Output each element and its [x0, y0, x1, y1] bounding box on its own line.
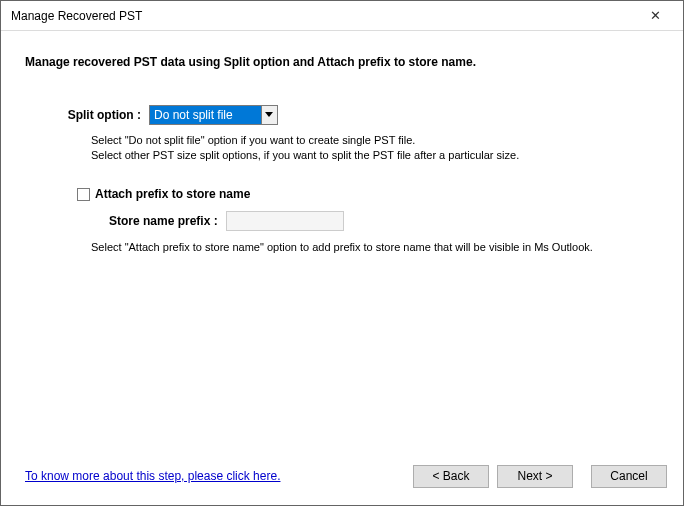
titlebar: Manage Recovered PST ✕	[1, 1, 683, 31]
svg-marker-0	[265, 112, 273, 117]
split-help-line1: Select "Do not split file" option if you…	[91, 133, 659, 148]
window-title: Manage Recovered PST	[11, 9, 635, 23]
help-link[interactable]: To know more about this step, please cli…	[25, 469, 405, 483]
attach-prefix-row: Attach prefix to store name	[77, 187, 659, 201]
store-prefix-row: Store name prefix :	[109, 211, 659, 231]
split-option-value: Do not split file	[150, 106, 261, 124]
attach-prefix-checkbox[interactable]	[77, 188, 90, 201]
split-option-row: Split option : Do not split file	[59, 105, 659, 125]
next-button[interactable]: Next >	[497, 465, 573, 488]
chevron-down-icon	[261, 106, 277, 124]
store-prefix-input[interactable]	[226, 211, 344, 231]
attach-help-text: Select "Attach prefix to store name" opt…	[91, 241, 659, 253]
store-prefix-label: Store name prefix :	[109, 214, 218, 228]
close-button[interactable]: ✕	[635, 2, 675, 30]
dialog-window: Manage Recovered PST ✕ Manage recovered …	[0, 0, 684, 506]
split-option-dropdown[interactable]: Do not split file	[149, 105, 278, 125]
split-help-text: Select "Do not split file" option if you…	[91, 133, 659, 163]
attach-prefix-label: Attach prefix to store name	[95, 187, 250, 201]
page-heading: Manage recovered PST data using Split op…	[25, 55, 659, 69]
split-option-label: Split option :	[59, 108, 149, 122]
footer: To know more about this step, please cli…	[1, 453, 683, 505]
cancel-button[interactable]: Cancel	[591, 465, 667, 488]
back-button[interactable]: < Back	[413, 465, 489, 488]
split-help-line2: Select other PST size split options, if …	[91, 148, 659, 163]
close-icon: ✕	[650, 8, 661, 23]
content-area: Manage recovered PST data using Split op…	[1, 31, 683, 453]
